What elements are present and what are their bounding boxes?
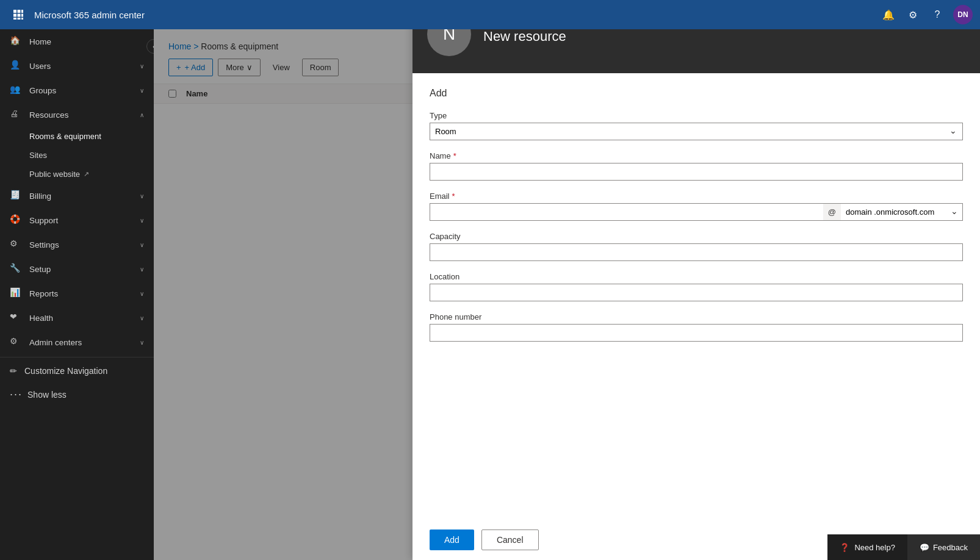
sidebar-item-label: Health bbox=[29, 314, 140, 323]
need-help-icon: ❓ bbox=[840, 543, 849, 552]
sidebar-item-label: Admin centers bbox=[29, 338, 140, 347]
billing-icon: 🧾 bbox=[10, 190, 22, 202]
capacity-field-group: Capacity bbox=[430, 232, 963, 261]
sidebar-item-health[interactable]: ❤ Health ∨ bbox=[0, 306, 154, 330]
customize-label: Customize Navigation bbox=[24, 366, 107, 376]
sidebar: ‹ 🏠 Home 👤 Users ∨ 👥 Groups ∨ 🖨 Resource… bbox=[0, 29, 154, 560]
need-help-label: Need help? bbox=[854, 543, 895, 552]
location-label: Location bbox=[430, 272, 963, 281]
sidebar-item-home[interactable]: 🏠 Home bbox=[0, 29, 154, 54]
svg-rect-6 bbox=[13, 18, 16, 20]
sidebar-item-groups[interactable]: 👥 Groups ∨ bbox=[0, 78, 154, 102]
sidebar-subitem-rooms[interactable]: Rooms & equipment bbox=[29, 127, 154, 146]
chevron-down-icon: ∨ bbox=[140, 266, 144, 273]
chevron-up-icon: ∧ bbox=[140, 112, 144, 118]
type-label: Type bbox=[430, 111, 963, 120]
sidebar-item-reports[interactable]: 📊 Reports ∨ bbox=[0, 281, 154, 306]
chevron-down-icon: ∨ bbox=[140, 339, 144, 346]
panel-cancel-button[interactable]: Cancel bbox=[481, 529, 539, 550]
sidebar-item-users[interactable]: 👤 Users ∨ bbox=[0, 54, 154, 78]
settings-icon: ⚙ bbox=[10, 239, 22, 251]
sidebar-subitem-public-website[interactable]: Public website ↗ bbox=[29, 165, 154, 184]
sidebar-item-label: Settings bbox=[29, 240, 140, 249]
users-icon: 👤 bbox=[10, 60, 22, 72]
type-select[interactable]: Room Equipment bbox=[430, 123, 963, 140]
svg-rect-1 bbox=[18, 10, 21, 13]
settings-button[interactable]: ⚙ bbox=[902, 4, 924, 26]
email-at-symbol: @ bbox=[823, 203, 841, 221]
sidebar-item-admin-centers[interactable]: ⚙ Admin centers ∨ bbox=[0, 330, 154, 354]
email-row: @ domain .onmicrosoft.com bbox=[430, 203, 963, 221]
phone-input[interactable] bbox=[430, 324, 963, 342]
groups-icon: 👥 bbox=[10, 84, 22, 96]
email-required-marker: * bbox=[452, 192, 455, 201]
feedback-button[interactable]: 💬 Feedback bbox=[907, 534, 980, 560]
email-domain-select[interactable]: domain .onmicrosoft.com bbox=[841, 203, 963, 221]
chevron-down-icon: ∨ bbox=[140, 242, 144, 248]
sidebar-subitem-sites[interactable]: Sites bbox=[29, 146, 154, 165]
capacity-input[interactable] bbox=[430, 243, 963, 261]
panel-add-button[interactable]: Add bbox=[430, 529, 474, 550]
name-label: Name * bbox=[430, 151, 963, 160]
setup-icon: 🔧 bbox=[10, 263, 22, 275]
chevron-down-icon: ∨ bbox=[140, 87, 144, 94]
customize-icon: ✏ bbox=[10, 366, 17, 376]
svg-rect-5 bbox=[21, 14, 23, 17]
external-link-icon: ↗ bbox=[84, 170, 89, 178]
topbar-icons: 🔔 ⚙ ? DN bbox=[877, 4, 973, 26]
help-button[interactable]: ? bbox=[926, 4, 948, 26]
sidebar-customize-nav[interactable]: ✏ Customize Navigation bbox=[0, 360, 154, 382]
dots-icon: ··· bbox=[10, 388, 23, 401]
need-help-button[interactable]: ❓ Need help? bbox=[827, 534, 907, 560]
svg-rect-7 bbox=[18, 18, 21, 20]
sidebar-item-label: Home bbox=[29, 37, 144, 46]
svg-rect-0 bbox=[13, 10, 16, 13]
panel-section-title: Add bbox=[430, 88, 963, 99]
feedback-label: Feedback bbox=[933, 543, 968, 552]
location-input[interactable] bbox=[430, 284, 963, 301]
new-resource-panel: N New resource ✕ Add Type Room Equipment… bbox=[413, 0, 980, 560]
reports-icon: 📊 bbox=[10, 287, 22, 300]
phone-label: Phone number bbox=[430, 312, 963, 321]
app-title: Microsoft 365 admin center bbox=[34, 10, 877, 20]
resources-icon: 🖨 bbox=[10, 109, 22, 121]
chevron-down-icon: ∨ bbox=[140, 290, 144, 297]
sidebar-item-resources[interactable]: 🖨 Resources ∧ bbox=[0, 102, 154, 127]
sidebar-item-setup[interactable]: 🔧 Setup ∨ bbox=[0, 257, 154, 281]
sidebar-item-label: Billing bbox=[29, 192, 140, 201]
svg-rect-2 bbox=[21, 10, 23, 13]
email-input[interactable] bbox=[430, 203, 823, 221]
resources-subitems: Rooms & equipment Sites Public website ↗ bbox=[0, 127, 154, 184]
notification-button[interactable]: 🔔 bbox=[877, 4, 899, 26]
chevron-down-icon: ∨ bbox=[140, 193, 144, 199]
email-domain-wrapper: domain .onmicrosoft.com bbox=[841, 203, 963, 221]
sidebar-divider bbox=[0, 357, 154, 357]
topbar: Microsoft 365 admin center 🔔 ⚙ ? DN bbox=[0, 0, 980, 29]
sidebar-item-settings[interactable]: ⚙ Settings ∨ bbox=[0, 232, 154, 257]
sidebar-item-billing[interactable]: 🧾 Billing ∨ bbox=[0, 184, 154, 208]
waffle-button[interactable] bbox=[7, 4, 29, 26]
svg-rect-8 bbox=[21, 18, 23, 20]
feedback-icon: 💬 bbox=[920, 543, 929, 552]
avatar[interactable]: DN bbox=[953, 5, 973, 24]
type-field-group: Type Room Equipment bbox=[430, 111, 963, 140]
health-icon: ❤ bbox=[10, 312, 22, 324]
chevron-down-icon: ∨ bbox=[140, 217, 144, 224]
name-required-marker: * bbox=[453, 151, 456, 160]
sidebar-item-label: Setup bbox=[29, 265, 140, 274]
location-field-group: Location bbox=[430, 272, 963, 301]
name-field-group: Name * bbox=[430, 151, 963, 181]
name-input[interactable] bbox=[430, 163, 963, 181]
email-field-group: Email * @ domain .onmicrosoft.com bbox=[430, 192, 963, 221]
svg-rect-4 bbox=[18, 14, 21, 17]
support-icon: 🛟 bbox=[10, 214, 22, 226]
email-label: Email * bbox=[430, 192, 963, 201]
panel-body: Add Type Room Equipment Name * Email * bbox=[413, 73, 980, 520]
sidebar-item-label: Reports bbox=[29, 289, 140, 298]
sidebar-item-label: Support bbox=[29, 216, 140, 225]
sidebar-show-less[interactable]: ··· Show less bbox=[0, 382, 154, 407]
sidebar-item-support[interactable]: 🛟 Support ∨ bbox=[0, 208, 154, 232]
sidebar-item-label: Users bbox=[29, 62, 140, 71]
bottom-bar: ❓ Need help? 💬 Feedback bbox=[827, 534, 980, 560]
home-icon: 🏠 bbox=[10, 35, 22, 48]
